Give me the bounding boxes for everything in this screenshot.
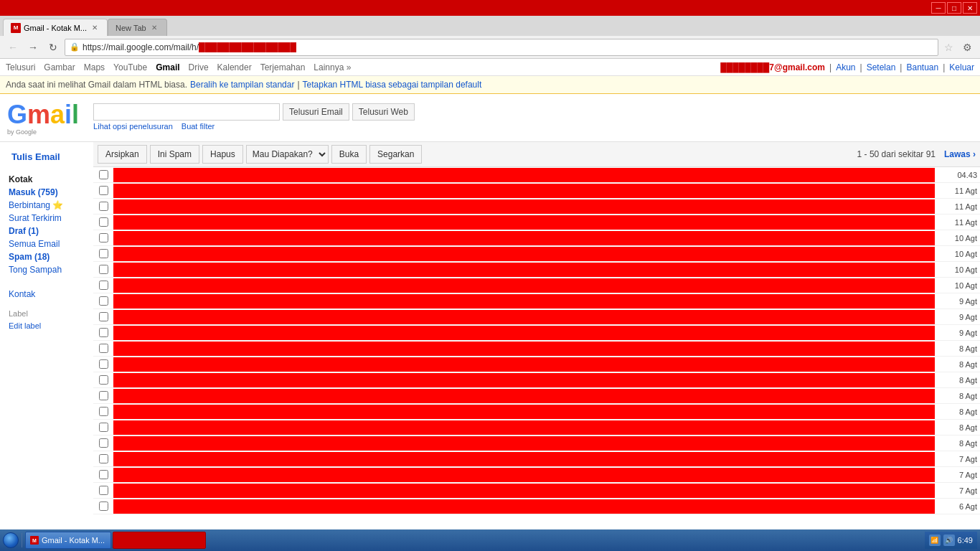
email-row[interactable]: 8 Agt: [93, 404, 980, 420]
search-input[interactable]: [93, 103, 280, 121]
nav-link-lainnya[interactable]: Lainnya »: [314, 62, 351, 72]
email-content-redacted[interactable]: [113, 247, 935, 261]
nav-link-telusuri[interactable]: Telusuri: [6, 62, 35, 72]
buka-button[interactable]: Buka: [331, 145, 367, 164]
segarkan-link[interactable]: Segarkan: [369, 145, 422, 164]
compose-button[interactable]: Tulis Email: [6, 148, 88, 166]
back-button[interactable]: ←: [4, 39, 22, 56]
sidebar-item-kontak[interactable]: Kontak: [0, 288, 93, 301]
arsipkan-button[interactable]: Arsipkan: [98, 145, 147, 164]
email-row[interactable]: 11 Agt: [93, 215, 980, 230]
email-checkbox[interactable]: [96, 407, 110, 416]
email-row[interactable]: 7 Agt: [93, 451, 980, 467]
email-row[interactable]: 10 Agt: [93, 230, 980, 246]
email-row[interactable]: 8 Agt: [93, 372, 980, 388]
email-checkbox[interactable]: [96, 265, 110, 274]
sidebar-item-spam[interactable]: Spam (18): [0, 250, 93, 263]
email-content-redacted[interactable]: [113, 484, 935, 498]
email-row[interactable]: 04.43: [93, 167, 980, 183]
maximize-button[interactable]: □: [947, 2, 961, 14]
html-banner-link-standard[interactable]: Beralih ke tampilan standar: [190, 80, 294, 90]
email-content-redacted[interactable]: [113, 310, 935, 324]
email-row[interactable]: 9 Agt: [93, 293, 980, 309]
sidebar-item-berbintang[interactable]: Berbintang ⭐: [0, 199, 93, 212]
email-row[interactable]: 10 Agt: [93, 278, 980, 293]
html-banner-link-default[interactable]: Tetapkan HTML biasa sebagai tampilan def…: [303, 80, 482, 90]
email-checkbox[interactable]: [96, 391, 110, 400]
email-checkbox[interactable]: [96, 454, 110, 463]
forward-button[interactable]: →: [24, 39, 42, 56]
email-row[interactable]: 8 Agt: [93, 357, 980, 372]
email-row[interactable]: 8 Agt: [93, 420, 980, 435]
email-content-redacted[interactable]: [113, 468, 935, 482]
email-row[interactable]: 10 Agt: [93, 246, 980, 262]
email-content-redacted[interactable]: [113, 499, 935, 514]
nav-link-maps[interactable]: Maps: [84, 62, 105, 72]
nav-link-gambar[interactable]: Gambar: [44, 62, 75, 72]
telusuri-email-button[interactable]: Telusuri Email: [283, 103, 349, 121]
email-checkbox[interactable]: [96, 170, 110, 179]
email-content-redacted[interactable]: [113, 199, 935, 214]
email-content-redacted[interactable]: [113, 436, 935, 451]
email-content-redacted[interactable]: [113, 168, 935, 182]
email-row[interactable]: 7 Agt: [93, 467, 980, 483]
mau-diapakan-dropdown[interactable]: Mau Diapakan?: [246, 145, 329, 164]
email-content-redacted[interactable]: [113, 342, 935, 356]
taskbar-window-chrome[interactable]: M Gmail - Kotak M...: [25, 532, 111, 549]
nav-link-terjemahan[interactable]: Terjemahan: [260, 62, 306, 72]
email-content-redacted[interactable]: [113, 294, 935, 309]
email-row[interactable]: 8 Agt: [93, 388, 980, 404]
email-content-redacted[interactable]: [113, 263, 935, 277]
email-checkbox[interactable]: [96, 359, 110, 369]
tab-close-button[interactable]: ✕: [90, 23, 100, 33]
email-checkbox[interactable]: [96, 249, 110, 258]
email-content-redacted[interactable]: [113, 215, 935, 230]
email-checkbox[interactable]: [96, 186, 110, 195]
active-tab[interactable]: M Gmail - Kotak M... ✕: [3, 19, 108, 36]
account-bantuan-link[interactable]: Bantuan: [906, 62, 938, 72]
nav-link-youtube[interactable]: YouTube: [113, 62, 147, 72]
email-content-redacted[interactable]: [113, 405, 935, 419]
email-row[interactable]: 6 Agt: [93, 499, 980, 514]
sidebar-item-tong-sampah[interactable]: Tong Sampah: [0, 263, 93, 276]
email-checkbox[interactable]: [96, 486, 110, 495]
email-content-redacted[interactable]: [113, 326, 935, 340]
taskbar-window-red[interactable]: [113, 532, 206, 549]
sidebar-item-surat-terkirim[interactable]: Surat Terkirim: [0, 212, 93, 225]
sidebar-item-kotak[interactable]: Kotak: [0, 173, 93, 186]
email-checkbox[interactable]: [96, 296, 110, 306]
email-content-redacted[interactable]: [113, 452, 935, 466]
email-checkbox[interactable]: [96, 281, 110, 290]
telusuri-web-button[interactable]: Telusuri Web: [352, 103, 415, 121]
email-row[interactable]: 8 Agt: [93, 341, 980, 357]
email-checkbox[interactable]: [96, 202, 110, 211]
email-content-redacted[interactable]: [113, 231, 935, 245]
email-row[interactable]: 9 Agt: [93, 309, 980, 325]
email-checkbox[interactable]: [96, 375, 110, 385]
nav-link-drive[interactable]: Drive: [189, 62, 209, 72]
email-content-redacted[interactable]: [113, 373, 935, 387]
email-row[interactable]: 8 Agt: [93, 435, 980, 451]
email-content-redacted[interactable]: [113, 389, 935, 403]
window-controls[interactable]: ─ □ ✕: [931, 2, 977, 14]
email-content-redacted[interactable]: [113, 357, 935, 372]
email-checkbox[interactable]: [96, 217, 110, 227]
email-content-redacted[interactable]: [113, 420, 935, 435]
account-keluar-link[interactable]: Keluar: [949, 62, 974, 72]
email-row[interactable]: 7 Agt: [93, 483, 980, 499]
account-setelan-link[interactable]: Setelan: [867, 62, 896, 72]
sidebar-item-draf[interactable]: Draf (1): [0, 225, 93, 237]
email-row[interactable]: 11 Agt: [93, 183, 980, 199]
reload-button[interactable]: ↻: [44, 39, 62, 56]
email-checkbox[interactable]: [96, 344, 110, 353]
minimize-button[interactable]: ─: [931, 2, 946, 14]
email-row[interactable]: 9 Agt: [93, 325, 980, 341]
email-content-redacted[interactable]: [113, 278, 935, 293]
address-bar[interactable]: 🔒 https://mail.google.com/mail/h/███████…: [65, 39, 938, 56]
inactive-tab[interactable]: New Tab ✕: [108, 19, 167, 36]
nav-link-gmail[interactable]: Gmail: [156, 62, 179, 72]
ini-spam-button[interactable]: Ini Spam: [150, 145, 199, 164]
nav-link-kalender[interactable]: Kalender: [217, 62, 252, 72]
email-checkbox[interactable]: [96, 501, 110, 511]
bookmark-star-icon[interactable]: ☆: [941, 40, 956, 55]
